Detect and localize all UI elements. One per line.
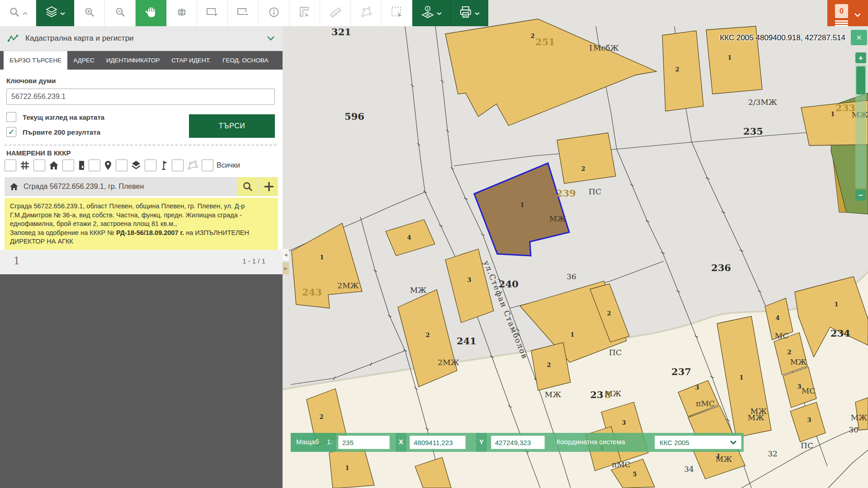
map-label: ПС bbox=[609, 348, 622, 357]
current-view-label: Текущ изглед на картата bbox=[23, 113, 104, 121]
filter-checkbox[interactable] bbox=[62, 160, 74, 171]
crs-select[interactable]: ККС 2005 bbox=[655, 436, 741, 449]
measure-distance-button[interactable] bbox=[320, 0, 351, 26]
map-label: 1 bbox=[727, 54, 731, 61]
corner-ruler-icon bbox=[298, 6, 311, 20]
layer-info-button[interactable] bbox=[412, 0, 450, 26]
sidebar-collapse-left-handle[interactable]: ◀ bbox=[283, 249, 289, 261]
building-icon bbox=[77, 160, 85, 171]
chevron-down-icon[interactable] bbox=[267, 34, 274, 42]
filter-checkbox[interactable] bbox=[145, 160, 156, 171]
x-coordinate-input[interactable] bbox=[410, 436, 466, 449]
tab-quick-search[interactable]: БЪРЗО ТЪРСЕНЕ bbox=[4, 51, 67, 70]
map-label: 1 bbox=[834, 301, 838, 308]
sidebar-header[interactable]: Кадастрална карта и регистри bbox=[0, 26, 283, 51]
search-sidebar: Кадастрална карта и регистри БЪРЗО ТЪРСЕ… bbox=[0, 26, 283, 488]
identify-button[interactable] bbox=[259, 0, 289, 26]
map-label: МЖ bbox=[605, 389, 622, 398]
map-label: МЖ bbox=[410, 286, 427, 295]
globe-icon bbox=[176, 6, 188, 20]
filter-checkbox[interactable] bbox=[33, 160, 45, 171]
filter-checkbox[interactable] bbox=[116, 160, 127, 171]
filter-checkbox[interactable] bbox=[5, 160, 16, 171]
chevron-down-icon bbox=[437, 9, 442, 17]
layers-icon bbox=[45, 6, 58, 20]
print-button[interactable] bbox=[450, 0, 488, 26]
page-number[interactable]: 1 bbox=[14, 255, 20, 267]
printer-icon bbox=[459, 6, 472, 20]
flag-icon bbox=[160, 160, 169, 171]
map-label: 2 bbox=[547, 361, 551, 368]
tab-address[interactable]: АДРЕС bbox=[67, 51, 100, 70]
search-submit-button[interactable]: ТЪРСИ bbox=[189, 114, 275, 138]
map-label: 2МЖ bbox=[438, 358, 459, 367]
map-status-bar: Мащаб 1: X Y Координатна система ККС 200… bbox=[291, 433, 744, 452]
result-details-box: Сграда 56722.656.239.1, област Плевен, о… bbox=[5, 198, 278, 250]
map-label: МЖ bbox=[545, 390, 561, 399]
menu-bar-icon bbox=[835, 25, 848, 26]
map-label: 2 bbox=[530, 33, 534, 39]
zoom-in-button[interactable] bbox=[74, 0, 105, 26]
map-label: МЖ bbox=[851, 413, 868, 422]
zoom-slider-track[interactable] bbox=[855, 65, 866, 188]
info-icon bbox=[268, 6, 280, 20]
x-label: X bbox=[399, 438, 403, 446]
zoom-slider-handle[interactable] bbox=[856, 66, 865, 94]
result-item[interactable]: Сграда 56722.656.239.1, гр. Плевен bbox=[5, 177, 278, 196]
add-result-button[interactable] bbox=[260, 177, 278, 196]
notifications-menu-button[interactable]: 0 bbox=[827, 0, 868, 26]
house-icon bbox=[9, 182, 19, 191]
filter-checkbox[interactable] bbox=[172, 160, 184, 171]
map-label: 2 bbox=[319, 413, 323, 420]
tab-geodetic-basis[interactable]: ГЕОД. ОСНОВА bbox=[217, 51, 274, 70]
map-label: 234 bbox=[830, 328, 850, 339]
rect-select-button[interactable] bbox=[382, 0, 412, 26]
search-button[interactable] bbox=[0, 0, 36, 26]
order-number: РД-18-56/18.09.2007 г. bbox=[116, 229, 184, 236]
map-label: 30 bbox=[849, 425, 859, 434]
map-label: 321 bbox=[331, 26, 351, 38]
map-label: 3 bbox=[467, 277, 471, 283]
order-prefix: Заповед за одобрение на КККР № bbox=[10, 229, 116, 236]
y-coordinate-input[interactable] bbox=[491, 436, 545, 449]
keywords-input[interactable] bbox=[6, 89, 275, 105]
overview-button[interactable] bbox=[166, 0, 197, 26]
map-label: 4 bbox=[775, 314, 779, 321]
zoom-in-icon bbox=[84, 6, 95, 20]
map-label: 1 bbox=[345, 465, 349, 471]
zoom-box-in-button[interactable] bbox=[197, 0, 228, 26]
map-label: 2МЖ bbox=[337, 281, 359, 290]
first200-checkbox[interactable]: ✓ bbox=[6, 127, 16, 137]
map-label: 4 bbox=[407, 234, 411, 241]
tab-identifier[interactable]: ИДЕНТИФИКАТОР bbox=[100, 51, 165, 70]
chevron-down-icon bbox=[854, 11, 861, 19]
zoom-slider-plus-button[interactable]: + bbox=[855, 52, 866, 63]
filter-checkbox-all[interactable] bbox=[202, 160, 213, 171]
map-label: ПС bbox=[589, 187, 601, 196]
tab-old-identifier[interactable]: СТАР ИДЕНТ. bbox=[165, 51, 217, 70]
notification-count-badge: 0 bbox=[835, 4, 848, 18]
map-label: ПС bbox=[801, 441, 813, 450]
pan-button[interactable] bbox=[136, 0, 166, 26]
map-label: 596 bbox=[344, 111, 364, 122]
zoom-slider-minus-button[interactable]: − bbox=[855, 190, 866, 201]
zoom-out-icon bbox=[114, 6, 126, 20]
map-label: 3 bbox=[695, 384, 699, 391]
parcel-grid-icon bbox=[19, 160, 30, 171]
close-coordinates-button[interactable]: × bbox=[851, 30, 867, 45]
scale-input[interactable] bbox=[338, 436, 390, 449]
sidebar-collapse-right-handle[interactable]: ▶ bbox=[283, 263, 289, 274]
polygon-select-button[interactable] bbox=[351, 0, 382, 26]
layers-button[interactable] bbox=[36, 0, 74, 26]
map-label: 5 bbox=[632, 471, 637, 478]
route-icon bbox=[7, 34, 19, 43]
zoom-box-out-button[interactable] bbox=[228, 0, 259, 26]
chevron-up-icon bbox=[23, 9, 28, 17]
cursor-coordinates-readout: ККС 2005 4809400.918, 427287.514 bbox=[700, 33, 845, 42]
current-view-checkbox[interactable] bbox=[6, 112, 16, 122]
filter-checkbox[interactable] bbox=[89, 160, 100, 171]
sidebar-empty-area bbox=[0, 274, 283, 488]
measure-area-button[interactable] bbox=[289, 0, 320, 26]
zoom-out-button[interactable] bbox=[105, 0, 136, 26]
zoom-to-result-button[interactable] bbox=[237, 177, 259, 196]
